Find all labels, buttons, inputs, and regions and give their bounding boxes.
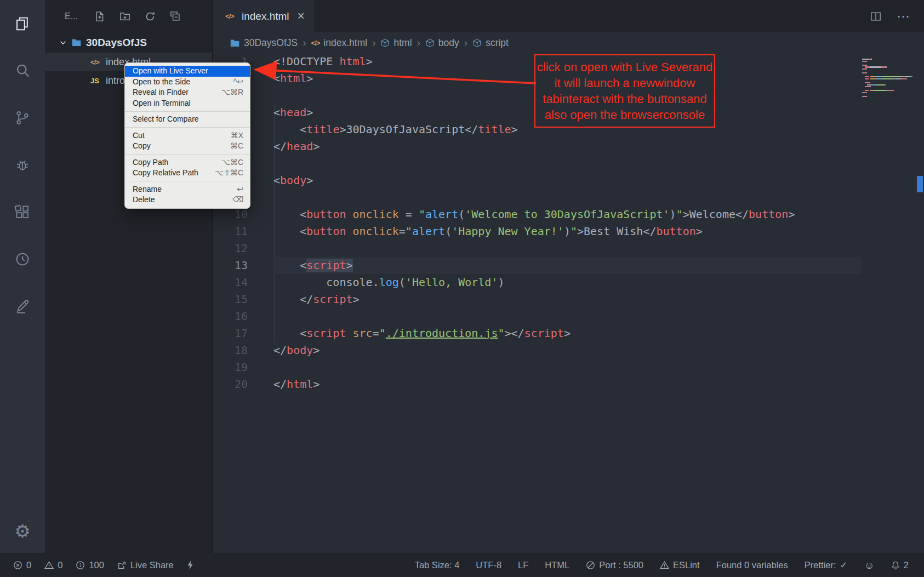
overview-selection-marker bbox=[917, 176, 923, 192]
breadcrumb-item-script[interactable]: script bbox=[472, 37, 509, 49]
breadcrumb: 30DaysOfJS›</>index.html›html›body›scrip… bbox=[213, 32, 924, 53]
menu-separator bbox=[125, 111, 250, 112]
more-actions-icon[interactable]: ⋯ bbox=[897, 10, 910, 23]
status-eslint[interactable]: ESLint bbox=[660, 560, 700, 570]
debug-icon bbox=[14, 157, 31, 173]
status-notifications[interactable]: 2 bbox=[891, 560, 909, 570]
new-file-icon bbox=[94, 11, 105, 22]
menu-item-delete[interactable]: Delete⌫ bbox=[125, 195, 250, 205]
explorer-actions bbox=[92, 9, 183, 24]
status-lightning[interactable] bbox=[187, 560, 194, 570]
breadcrumb-separator: › bbox=[303, 37, 306, 49]
code-lines: 1<!DOCTYPE html>2<html>34<head>5 <title>… bbox=[213, 53, 861, 553]
folder-root-label: 30DaysOfJS bbox=[86, 37, 147, 49]
breadcrumb-separator: › bbox=[464, 37, 467, 49]
code-line-17[interactable]: 17 <script src="./introduction.js"></scr… bbox=[213, 325, 861, 342]
breadcrumb-item-index-html[interactable]: </>index.html bbox=[311, 37, 368, 49]
status-right: Tab Size: 4UTF-8LFHTMLPort : 5500ESLintF… bbox=[415, 560, 909, 570]
symbol-icon bbox=[380, 38, 390, 48]
menu-item-open-in-terminal[interactable]: Open in Terminal bbox=[125, 98, 250, 109]
settings-button[interactable]: ⚙ bbox=[0, 509, 45, 553]
overview-ruler[interactable] bbox=[916, 53, 924, 553]
annotation-box: click on open with Live Severand it will… bbox=[534, 54, 715, 128]
menu-item-cut[interactable]: Cut⌘X bbox=[125, 130, 250, 141]
code-line-18[interactable]: 18</body> bbox=[213, 342, 861, 359]
status-variables[interactable]: Found 0 variables bbox=[716, 560, 788, 570]
status-warnings[interactable]: 0 bbox=[44, 560, 62, 570]
code-line-6[interactable]: 6</head> bbox=[213, 138, 861, 155]
activity-extensions[interactable] bbox=[0, 188, 45, 236]
status-errors[interactable]: 0 bbox=[13, 560, 31, 570]
code-line-15[interactable]: 15 </script> bbox=[213, 291, 861, 308]
status-tab-size[interactable]: Tab Size: 4 bbox=[415, 560, 460, 570]
breadcrumb-item-html[interactable]: html bbox=[380, 37, 412, 49]
extensions-icon bbox=[14, 204, 31, 220]
menu-item-open-to-the-side[interactable]: Open to the Side^↩ bbox=[125, 77, 250, 88]
status-prettier[interactable]: Prettier:✓ bbox=[805, 560, 848, 570]
error-icon bbox=[13, 561, 22, 570]
status-language[interactable]: HTML bbox=[545, 560, 569, 570]
js-file-icon: JS bbox=[89, 77, 101, 85]
activity-live-share[interactable] bbox=[0, 236, 45, 283]
menu-separator bbox=[125, 181, 250, 181]
menu-item-copy-path[interactable]: Copy Path⌥⌘C bbox=[125, 157, 250, 168]
menu-item-select-for-compare[interactable]: Select for Compare bbox=[125, 114, 250, 125]
editor[interactable]: 1<!DOCTYPE html>2<html>34<head>5 <title>… bbox=[213, 53, 924, 553]
status-eol[interactable]: LF bbox=[518, 560, 528, 570]
split-editor-icon[interactable] bbox=[870, 11, 881, 22]
code-line-11[interactable]: 11 <button onclick="alert('Happy New Yea… bbox=[213, 223, 861, 240]
menu-item-copy[interactable]: Copy⌘C bbox=[125, 141, 250, 152]
activity-run-debug[interactable] bbox=[0, 141, 45, 188]
menu-item-rename[interactable]: Rename↩ bbox=[125, 184, 250, 195]
breadcrumb-item-30daysofjs[interactable]: 30DaysOfJS bbox=[230, 37, 298, 49]
activity-testing[interactable] bbox=[0, 283, 45, 330]
folder-root-30daysofjs[interactable]: 30DaysOfJS bbox=[45, 32, 212, 53]
breadcrumb-separator: › bbox=[417, 37, 420, 49]
status-encoding[interactable]: UTF-8 bbox=[476, 560, 501, 570]
tab-index-html[interactable]: </> index.html × bbox=[213, 0, 315, 32]
code-line-20[interactable]: 20</html> bbox=[213, 376, 861, 393]
close-icon[interactable]: × bbox=[298, 10, 305, 22]
folder-icon bbox=[230, 38, 240, 48]
code-line-13[interactable]: 13 <script> bbox=[213, 257, 861, 274]
minimap[interactable] bbox=[861, 53, 916, 553]
bell-icon bbox=[891, 561, 900, 570]
search-icon bbox=[14, 62, 31, 79]
editor-actions: ⋯ bbox=[870, 0, 924, 32]
code-line-14[interactable]: 14 console.log('Hello, World') bbox=[213, 274, 861, 291]
chevron-down-icon bbox=[59, 39, 67, 47]
code-line-7[interactable]: 7 bbox=[213, 155, 861, 172]
breadcrumb-item-body[interactable]: body bbox=[425, 37, 459, 49]
vscode-window: ⚙ E... 30DaysOfJS </>index.htmlJSintrodu… bbox=[0, 0, 924, 577]
collapse-all-icon bbox=[170, 11, 181, 22]
source-control-icon bbox=[14, 110, 31, 126]
menu-item-reveal-in-finder[interactable]: Reveal in Finder⌥⌘R bbox=[125, 87, 250, 98]
status-feedback[interactable]: ☺ bbox=[864, 560, 874, 570]
code-line-19[interactable]: 19 bbox=[213, 359, 861, 376]
explorer-title: E... bbox=[65, 12, 78, 21]
activity-explorer[interactable] bbox=[0, 0, 45, 47]
code-line-9[interactable]: 9 bbox=[213, 189, 861, 206]
refresh-button[interactable] bbox=[142, 9, 158, 24]
info-icon bbox=[76, 561, 85, 570]
activity-search[interactable] bbox=[0, 47, 45, 94]
tab-bar: </> index.html × ⋯ bbox=[213, 0, 924, 32]
activity-source-control[interactable] bbox=[0, 94, 45, 141]
status-live-share[interactable]: Live Share bbox=[117, 560, 174, 570]
status-bar: 00100Live Share Tab Size: 4UTF-8LFHTMLPo… bbox=[0, 553, 924, 577]
code-line-8[interactable]: 8<body> bbox=[213, 172, 861, 189]
code-line-16[interactable]: 16 bbox=[213, 308, 861, 325]
collapse-all-button[interactable] bbox=[168, 9, 183, 24]
activity-bar: ⚙ bbox=[0, 0, 45, 553]
code-line-10[interactable]: 10 <button onclick = "alert('Welcome to … bbox=[213, 206, 861, 223]
menu-item-open-with-live-server[interactable]: Open with Live Server bbox=[125, 66, 250, 77]
new-file-button[interactable] bbox=[92, 9, 107, 24]
html-file-icon: </> bbox=[89, 58, 101, 66]
circle-slash-icon bbox=[586, 561, 595, 570]
html-file-icon: </> bbox=[224, 12, 236, 20]
status-port[interactable]: Port : 5500 bbox=[586, 560, 643, 570]
menu-item-copy-relative-path[interactable]: Copy Relative Path⌥⇧⌘C bbox=[125, 168, 250, 179]
status-info[interactable]: 100 bbox=[76, 560, 104, 570]
code-line-12[interactable]: 12 bbox=[213, 240, 861, 257]
new-folder-button[interactable] bbox=[117, 9, 133, 24]
